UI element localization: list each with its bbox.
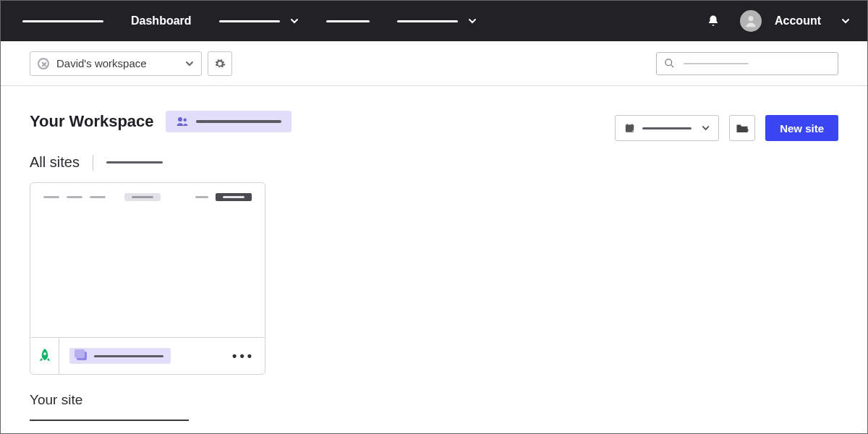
workspace-heading: Your Workspace — [30, 112, 154, 131]
svg-rect-6 — [626, 125, 634, 127]
site-name — [94, 355, 163, 357]
svg-line-2 — [671, 64, 673, 67]
chevron-down-icon[interactable] — [841, 17, 850, 25]
chevron-down-icon — [702, 124, 710, 132]
gear-icon — [214, 58, 226, 69]
site-more-button[interactable]: ••• — [232, 349, 255, 364]
sub-bar: David's workspace — [1, 41, 867, 86]
nav-logo[interactable] — [22, 20, 103, 22]
rocket-icon — [38, 349, 51, 363]
site-name-chip[interactable] — [69, 348, 171, 364]
date-filter-dropdown[interactable] — [615, 115, 719, 141]
bell-icon[interactable] — [707, 14, 720, 27]
people-icon — [176, 115, 189, 128]
workspace-select[interactable]: David's workspace — [30, 51, 202, 76]
nav-item-2[interactable] — [219, 17, 299, 25]
team-badge[interactable] — [166, 111, 292, 132]
pages-icon — [77, 352, 87, 360]
your-site-underline — [30, 420, 189, 421]
main-content: Your Workspace New site All sites — [1, 86, 867, 434]
search-icon — [664, 58, 675, 69]
new-site-button[interactable]: New site — [765, 115, 838, 141]
chevron-down-icon — [468, 17, 477, 25]
site-preview — [30, 183, 265, 338]
person-icon — [744, 14, 758, 28]
nav-item-4[interactable] — [397, 17, 477, 25]
workspace-settings-button[interactable] — [208, 51, 232, 76]
svg-point-7 — [43, 352, 46, 355]
site-status-icon-box — [30, 338, 59, 374]
chevron-down-icon — [185, 59, 194, 68]
svg-point-1 — [665, 59, 672, 66]
section-subtext — [106, 161, 163, 163]
nav-account-label[interactable]: Account — [775, 14, 821, 27]
search-placeholder — [684, 63, 749, 64]
your-site-heading: Your site — [30, 392, 838, 408]
search-input[interactable] — [656, 52, 838, 75]
svg-point-4 — [183, 119, 187, 122]
calendar-icon — [624, 122, 635, 134]
svg-point-0 — [749, 16, 754, 21]
site-card-footer: ••• — [30, 338, 265, 374]
add-folder-button[interactable] — [729, 115, 755, 141]
workspace-icon — [38, 58, 49, 69]
chevron-down-icon — [290, 17, 299, 25]
nav-item-3[interactable] — [326, 20, 370, 22]
all-sites-heading: All sites — [30, 154, 838, 171]
site-card[interactable]: ••• — [30, 182, 265, 375]
folder-plus-icon — [736, 122, 749, 134]
svg-point-3 — [178, 117, 182, 122]
nav-dashboard[interactable]: Dashboard — [131, 14, 192, 27]
top-nav: Dashboard Account — [1, 1, 867, 41]
avatar[interactable] — [740, 10, 762, 32]
nav-dashboard-label: Dashboard — [131, 14, 192, 27]
workspace-name: David's workspace — [56, 57, 185, 69]
team-label — [196, 120, 281, 123]
